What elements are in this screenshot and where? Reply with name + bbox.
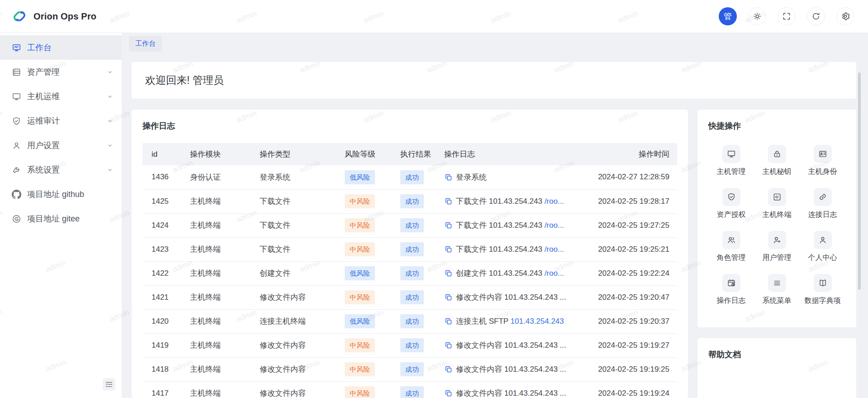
terminal-icon xyxy=(773,192,782,201)
cell-risk: 低风险 xyxy=(336,261,391,285)
cell-time: 2024-02-25 19:20:47 xyxy=(589,285,677,309)
table-row: 1436 身份认证 登录系统 低风险 成功 登录系统 2024-02-27 12… xyxy=(142,165,677,189)
cell-result: 成功 xyxy=(391,357,435,381)
sidebar-item-host-ops[interactable]: 主机运维 xyxy=(0,84,122,109)
cell-time: 2024-02-25 19:19:25 xyxy=(589,357,677,381)
cell-log: 修改文件内容 101.43.254.243 ... xyxy=(435,333,589,357)
sidebar-item-system-settings[interactable]: 系统设置 xyxy=(0,158,122,182)
quick-action-profile-center[interactable]: 个人中心 xyxy=(800,231,845,263)
sidebar-item-user-settings[interactable]: 用户设置 xyxy=(0,133,122,158)
chevron-down-icon xyxy=(106,117,114,125)
quick-action-operation-log[interactable]: 操作日志 xyxy=(708,274,754,306)
cell-log: 登录系统 xyxy=(435,165,589,189)
risk-badge: 中风险 xyxy=(345,194,375,208)
cell-log: 创建文件 101.43.254.243 /roo... xyxy=(435,261,589,285)
log-link[interactable]: /roo... xyxy=(545,245,564,254)
result-badge: 成功 xyxy=(400,170,424,184)
help-docs-title: 帮助文档 xyxy=(708,349,845,360)
log-link[interactable]: /roo... xyxy=(545,197,564,206)
chevron-down-icon xyxy=(106,142,114,149)
header-action-settings[interactable] xyxy=(836,7,854,25)
risk-badge: 低风险 xyxy=(345,170,375,184)
copy-icon[interactable] xyxy=(444,365,453,374)
table-row: 1419 主机终端 修改文件内容 中风险 成功 修改文件内容 101.43.25… xyxy=(142,333,677,357)
user-add-icon xyxy=(773,235,782,245)
log-text: 修改文件内容 101.43.254.243 ... xyxy=(456,365,566,374)
risk-badge: 中风险 xyxy=(345,386,375,398)
cell-log: 修改文件内容 101.43.254.243 ... xyxy=(435,285,589,309)
app-logo[interactable]: Orion Ops Pro xyxy=(12,9,96,24)
workbench-icon xyxy=(12,43,21,53)
copy-icon[interactable] xyxy=(444,269,453,278)
sidebar-item-gitee[interactable]: 项目地址 gitee xyxy=(0,206,122,231)
copy-icon[interactable] xyxy=(444,173,453,182)
quick-action-data-dict[interactable]: 数据字典项 xyxy=(800,274,845,306)
column-header: 执行结果 xyxy=(391,143,435,165)
breadcrumb[interactable]: 工作台 xyxy=(129,36,162,52)
header-action-fullscreen[interactable] xyxy=(778,7,796,25)
copy-icon[interactable] xyxy=(444,317,453,326)
quick-action-host-manage[interactable]: 主机管理 xyxy=(708,145,754,177)
cell-log: 下载文件 101.43.254.243 /roo... xyxy=(435,189,589,213)
copy-icon[interactable] xyxy=(444,221,453,230)
quick-action-host-key[interactable]: 主机秘钥 xyxy=(754,145,800,177)
user-avatar[interactable]: 管 xyxy=(719,7,737,25)
copy-icon[interactable] xyxy=(444,341,453,350)
cell-result: 成功 xyxy=(391,381,435,398)
cell-time: 2024-02-25 19:27:25 xyxy=(589,213,677,237)
cell-time: 2024-02-27 12:28:59 xyxy=(589,165,677,189)
quick-action-system-menu[interactable]: 系统菜单 xyxy=(754,274,800,306)
cell-risk: 低风险 xyxy=(336,165,391,189)
sidebar-item-assets[interactable]: 资产管理 xyxy=(0,60,122,84)
cell-risk: 中风险 xyxy=(336,189,391,213)
cell-type: 下载文件 xyxy=(251,237,336,261)
cell-module: 主机终端 xyxy=(181,285,251,309)
quick-action-connect-log[interactable]: 连接日志 xyxy=(800,188,845,220)
result-badge: 成功 xyxy=(400,194,424,208)
book-icon xyxy=(818,278,827,288)
scrollbar-thumb[interactable] xyxy=(858,72,861,290)
sidebar-item-github[interactable]: 项目地址 github xyxy=(0,182,122,206)
cell-type: 修改文件内容 xyxy=(251,333,336,357)
cell-id: 1422 xyxy=(142,261,181,285)
quick-action-role-manage[interactable]: 角色管理 xyxy=(708,231,754,263)
github-icon xyxy=(12,190,21,199)
cell-risk: 中风险 xyxy=(336,237,391,261)
cell-risk: 中风险 xyxy=(336,285,391,309)
copy-icon[interactable] xyxy=(444,245,453,254)
cell-risk: 中风险 xyxy=(336,357,391,381)
header-action-theme-toggle[interactable] xyxy=(748,7,766,25)
log-link[interactable]: /roo... xyxy=(545,269,564,278)
risk-badge: 中风险 xyxy=(345,242,375,256)
cell-type: 修改文件内容 xyxy=(251,381,336,398)
sidebar-item-audit[interactable]: 运维审计 xyxy=(0,109,122,133)
cell-type: 修改文件内容 xyxy=(251,357,336,381)
risk-badge: 中风险 xyxy=(345,290,375,304)
copy-icon[interactable] xyxy=(444,389,453,398)
copy-icon[interactable] xyxy=(444,293,453,302)
log-link[interactable]: 101.43.254.243 xyxy=(511,317,564,326)
column-header: 操作模块 xyxy=(181,143,251,165)
result-badge: 成功 xyxy=(400,218,424,232)
table-row: 1421 主机终端 修改文件内容 中风险 成功 修改文件内容 101.43.25… xyxy=(142,285,677,309)
copy-icon[interactable] xyxy=(444,197,453,206)
cell-id: 1436 xyxy=(142,165,181,189)
table-header-row: id操作模块操作类型风险等级执行结果操作日志操作时间 xyxy=(142,143,677,165)
cell-result: 成功 xyxy=(391,261,435,285)
cell-log: 下载文件 101.43.254.243 /roo... xyxy=(435,213,589,237)
quick-action-host-terminal[interactable]: 主机终端 xyxy=(754,188,800,220)
sidebar-collapse-button[interactable] xyxy=(103,378,115,391)
quick-actions-grid: 主机管理 主机秘钥 主机身份 资产授权 主机终端 连接日志 角色管理 xyxy=(708,145,845,306)
quick-action-user-manage[interactable]: 用户管理 xyxy=(754,231,800,263)
cell-type: 连接主机终端 xyxy=(251,309,336,333)
log-link[interactable]: /roo... xyxy=(545,221,564,230)
assets-icon xyxy=(12,67,21,77)
quick-action-asset-auth[interactable]: 资产授权 xyxy=(708,188,754,220)
risk-badge: 中风险 xyxy=(345,338,375,352)
sidebar-item-workbench[interactable]: 工作台 xyxy=(0,35,122,60)
quick-action-host-identity[interactable]: 主机身份 xyxy=(800,145,845,177)
header-action-refresh[interactable] xyxy=(807,7,825,25)
shield-check-icon xyxy=(727,192,736,201)
user-icon xyxy=(818,235,827,245)
cell-id: 1421 xyxy=(142,285,181,309)
